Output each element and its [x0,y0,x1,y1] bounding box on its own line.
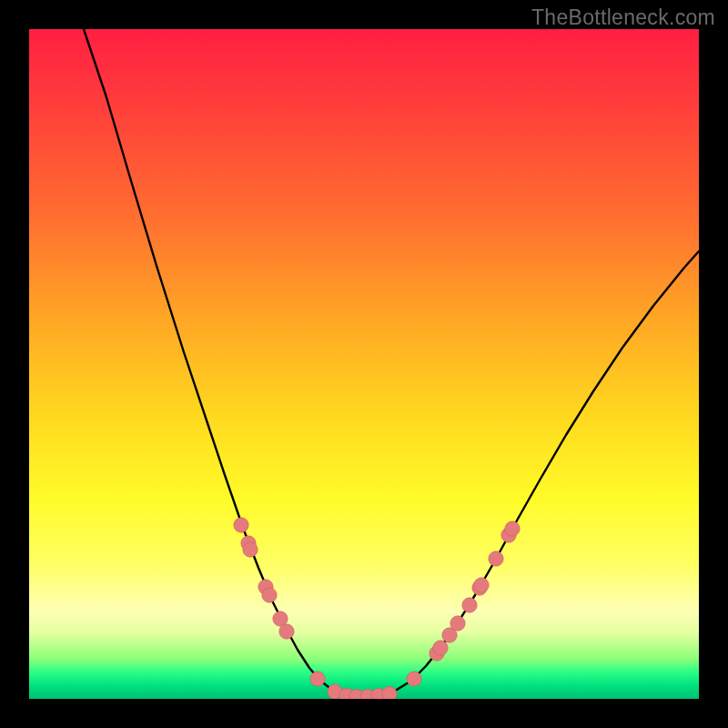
data-dot [450,616,465,631]
plot-area [29,29,699,699]
frame: TheBottleneck.com [0,0,728,728]
data-dot [433,641,448,655]
data-dot [310,672,325,686]
data-dot [474,578,489,592]
watermark-text: TheBottleneck.com [531,5,715,30]
bottleneck-curve [84,29,699,697]
data-dot [462,598,477,612]
data-dot [234,518,248,532]
data-dot [407,672,421,686]
curve-path [84,29,699,697]
data-dot [489,551,503,566]
data-dot [279,624,294,639]
data-dot [382,686,397,699]
chart-svg [29,29,699,699]
data-dot [505,521,520,536]
data-dot [262,588,277,602]
data-dot [243,542,258,557]
